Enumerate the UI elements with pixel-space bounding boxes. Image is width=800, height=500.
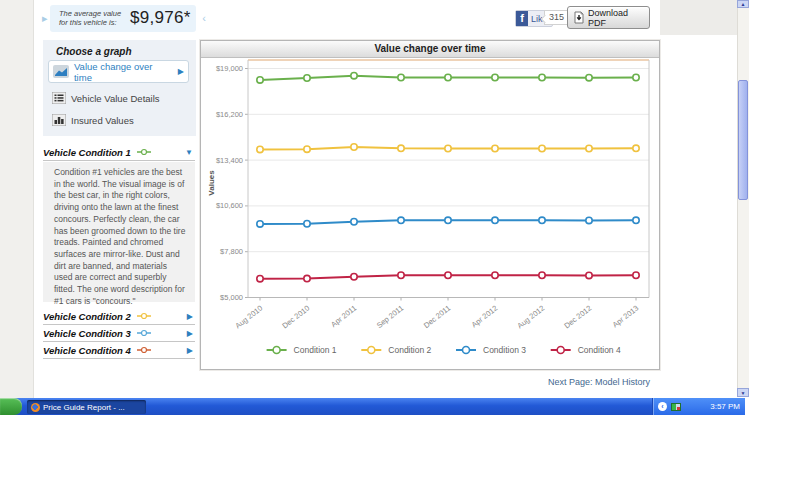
data-point <box>398 217 404 223</box>
data-point <box>257 275 263 281</box>
data-point <box>492 74 498 80</box>
data-point <box>445 145 451 151</box>
data-point <box>398 74 404 80</box>
expand-icon[interactable]: ▶ <box>187 312 195 321</box>
y-tick-label: $10,600 <box>216 201 243 210</box>
scroll-up-icon[interactable]: ▲ <box>737 0 749 8</box>
legend-label[interactable]: Condition 1 <box>294 345 337 355</box>
expand-icon[interactable]: ▶ <box>187 329 195 338</box>
page-background-block <box>660 0 737 35</box>
tray-display-icon[interactable] <box>671 403 681 411</box>
data-point <box>492 145 498 151</box>
data-point <box>633 74 639 80</box>
condition-1-description: Condition #1 vehicles are the best in th… <box>43 162 195 302</box>
condition-4-header[interactable]: Vehicle Condition 4 ▶ <box>43 342 195 359</box>
value-change-chart: $5,000$7,800$10,600$13,400$16,200$19,000… <box>201 58 659 370</box>
data-point <box>586 217 592 223</box>
condition-1-header[interactable]: Vehicle Condition 1 ▼ <box>43 144 195 161</box>
sidebar-item-value-details[interactable]: Vehicle Value Details <box>52 88 189 108</box>
legend-label[interactable]: Condition 2 <box>388 345 431 355</box>
data-point <box>398 272 404 278</box>
average-value: $9,976* <box>130 8 191 28</box>
download-pdf-button[interactable]: Download PDF <box>567 6 650 29</box>
data-point <box>304 146 310 152</box>
x-tick-label: Aug 2012 <box>515 303 546 330</box>
x-tick-label: Apr 2011 <box>329 303 358 328</box>
legend-marker-icon[interactable] <box>368 347 375 354</box>
sidebar-item-label: Vehicle Value Details <box>71 93 160 104</box>
y-axis-title: Values <box>207 170 216 196</box>
carousel-prev-icon[interactable]: ▸ <box>42 11 48 25</box>
condition-label: Vehicle Condition 2 <box>43 311 131 322</box>
x-tick-label: Dec 2010 <box>280 303 311 330</box>
next-page-link[interactable]: Next Page: Model History <box>475 377 650 387</box>
data-point <box>304 75 310 81</box>
clock: 3:57 PM <box>710 402 740 411</box>
data-point <box>257 146 263 152</box>
average-value-label: The average valuefor this vehicle is: <box>59 9 121 27</box>
like-count-badge: 315 <box>544 10 569 25</box>
condition-label: Vehicle Condition 4 <box>43 345 131 356</box>
data-point <box>586 145 592 151</box>
download-pdf-label: Download PDF <box>588 8 644 28</box>
start-button[interactable] <box>0 398 22 415</box>
page-left-margin <box>0 0 34 398</box>
data-point <box>586 272 592 278</box>
legend-label[interactable]: Condition 3 <box>483 345 526 355</box>
data-point <box>257 77 263 83</box>
condition-color-marker-icon <box>136 346 152 354</box>
x-tick-label: Apr 2013 <box>611 303 641 329</box>
expand-icon[interactable]: ▶ <box>187 346 195 355</box>
y-tick-label: $13,400 <box>216 156 243 165</box>
carousel-next-icon[interactable]: ‹ <box>202 11 206 25</box>
data-point <box>633 272 639 278</box>
y-tick-label: $5,000 <box>220 293 243 302</box>
taskbar-task-button[interactable]: Price Guide Report - ... <box>27 400 146 414</box>
facebook-icon: f <box>516 11 528 26</box>
sidebar-item-insured-values[interactable]: Insured Values <box>52 110 189 130</box>
sidebar-item-label: Value change over time <box>74 61 173 83</box>
x-tick-label: Aug 2010 <box>233 303 264 330</box>
legend-marker-icon[interactable] <box>463 347 470 354</box>
pdf-file-icon <box>573 11 584 24</box>
sidebar-item-label: Insured Values <box>71 115 134 126</box>
data-point <box>351 72 357 78</box>
condition-label: Vehicle Condition 3 <box>43 328 131 339</box>
condition-color-marker-icon <box>136 329 152 337</box>
legend-marker-icon[interactable] <box>273 347 280 354</box>
bar-chart-icon <box>52 114 66 126</box>
data-point <box>539 74 545 80</box>
data-point <box>492 272 498 278</box>
data-point <box>304 221 310 227</box>
data-point <box>351 144 357 150</box>
scrollbar-thumb[interactable] <box>738 80 748 200</box>
data-point <box>351 219 357 225</box>
data-point <box>539 145 545 151</box>
y-tick-label: $16,200 <box>216 110 243 119</box>
tray-collapse-icon[interactable]: ‹ <box>658 402 667 411</box>
area-chart-icon <box>53 65 69 78</box>
value-chart-panel: Value change over time $5,000$7,800$10,6… <box>200 40 660 370</box>
data-point <box>539 272 545 278</box>
condition-label: Vehicle Condition 1 <box>43 147 131 158</box>
list-icon <box>52 92 66 104</box>
condition-2-header[interactable]: Vehicle Condition 2 ▶ <box>43 308 195 325</box>
scroll-down-icon[interactable]: ▼ <box>737 388 749 397</box>
data-point <box>539 217 545 223</box>
legend-marker-icon[interactable] <box>557 347 564 354</box>
condition-color-marker-icon <box>136 148 152 156</box>
legend-label[interactable]: Condition 4 <box>578 345 621 355</box>
data-point <box>633 145 639 151</box>
data-point <box>633 217 639 223</box>
collapse-icon[interactable]: ▼ <box>185 148 195 157</box>
task-button-label: Price Guide Report - ... <box>43 403 125 412</box>
data-point <box>351 274 357 280</box>
condition-3-header[interactable]: Vehicle Condition 3 ▶ <box>43 325 195 342</box>
data-point <box>586 74 592 80</box>
condition-color-marker-icon <box>136 312 152 320</box>
data-point <box>445 272 451 278</box>
x-tick-label: Apr 2012 <box>470 303 500 329</box>
data-point <box>445 217 451 223</box>
sidebar-item-value-change[interactable]: Value change over time ▶ <box>48 60 189 83</box>
y-tick-label: $19,000 <box>216 64 243 73</box>
